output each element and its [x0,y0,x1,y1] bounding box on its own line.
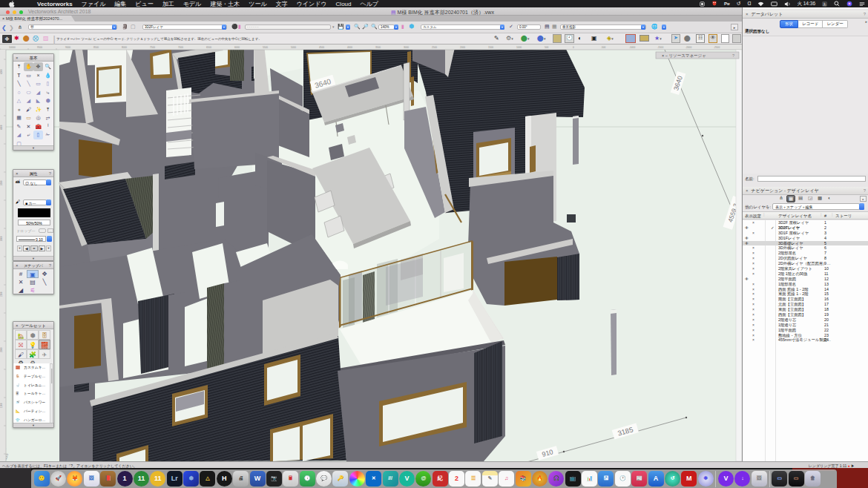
svg-text:1500: 1500 [488,46,493,49]
svg-text:6500: 6500 [206,46,211,49]
svg-text:7500: 7500 [150,46,155,49]
svg-text:5000: 5000 [291,46,296,49]
svg-text:3500: 3500 [375,46,381,49]
svg-text:2000: 2000 [0,347,3,352]
svg-text:3000: 3000 [0,236,3,241]
svg-text:0: 0 [573,46,574,49]
svg-text:4500: 4500 [0,69,3,74]
svg-text:4500: 4500 [319,46,324,49]
svg-text:-500: -500 [601,46,606,49]
svg-text:9500: 9500 [37,46,42,49]
svg-text:4000: 4000 [0,125,3,130]
svg-text:1000: 1000 [516,46,522,49]
svg-text:5500: 5500 [263,46,268,49]
svg-text:-1500: -1500 [657,46,663,49]
svg-text:2000: 2000 [460,46,465,49]
svg-text:-1000: -1000 [629,46,635,49]
svg-text:2500: 2500 [0,291,3,297]
svg-text:あ: あ [823,2,826,7]
svg-text:3500: 3500 [0,180,3,185]
svg-text:6000: 6000 [234,46,240,49]
svg-text:8000: 8000 [122,46,127,49]
svg-text:4000: 4000 [347,46,352,49]
svg-text:3000: 3000 [404,46,409,49]
svg-text:10000: 10000 [9,46,16,49]
svg-text:-2000: -2000 [685,46,691,49]
svg-text:9000: 9000 [65,46,70,49]
svg-text:-2500: -2500 [714,46,720,49]
svg-text:500: 500 [545,46,549,49]
svg-text:8500: 8500 [93,46,99,49]
svg-text:× − リソースマネージャ: × − リソースマネージャ [662,53,706,58]
svg-text:?: ? [732,53,734,58]
svg-text:7000: 7000 [178,46,183,49]
svg-text:1500: 1500 [0,403,3,408]
svg-text:2500: 2500 [432,46,437,49]
svg-text:910: 910 [541,448,553,458]
